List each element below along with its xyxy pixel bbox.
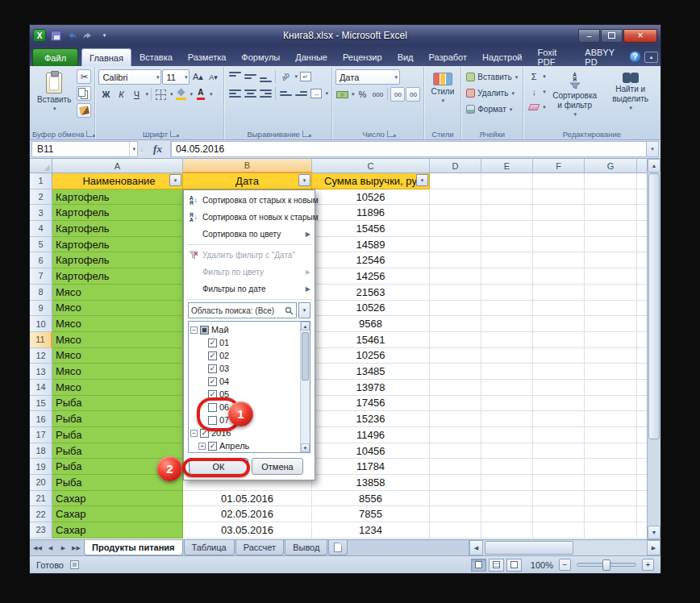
cell-sum[interactable]: 10526	[312, 301, 430, 317]
row-header[interactable]: 4	[30, 221, 52, 237]
cut-button[interactable]: ✂	[77, 69, 91, 84]
bold-button[interactable]: Ж	[98, 87, 113, 102]
number-format-select[interactable]: Дата▾	[335, 69, 400, 85]
column-header-e[interactable]: E	[481, 159, 533, 173]
empty-cells[interactable]	[430, 252, 647, 268]
row-header[interactable]: 7	[30, 268, 52, 285]
cell-date[interactable]: 02.05.2016	[183, 506, 312, 522]
tab-file[interactable]: Файл	[32, 48, 78, 66]
redo-button[interactable]	[81, 29, 94, 42]
row-header[interactable]: 6	[30, 252, 52, 268]
scrollbar-thumb[interactable]	[485, 541, 573, 555]
row-header[interactable]: 21	[30, 491, 52, 507]
cell-sum[interactable]: 10456	[312, 443, 430, 460]
qat-customize-button[interactable]: ▾	[98, 29, 110, 42]
row-header[interactable]: 15	[30, 396, 52, 412]
fill-button[interactable]: ↓	[527, 85, 541, 99]
scroll-left-icon[interactable]: ◀	[469, 540, 483, 555]
tree-scrollbar[interactable]: ▲ ▼	[300, 322, 310, 452]
help-icon[interactable]: ?	[629, 51, 641, 63]
align-left-button[interactable]	[227, 86, 242, 101]
horizontal-scrollbar[interactable]: ◀ ▶	[469, 540, 660, 555]
search-dropdown-button[interactable]: ▾	[298, 302, 310, 318]
empty-cells[interactable]	[430, 506, 647, 522]
cell-sum[interactable]: 9568	[312, 316, 430, 332]
decrease-decimal-button[interactable]: 00	[406, 87, 420, 102]
row-header[interactable]: 12	[30, 348, 52, 364]
sheet-tab-produkty-pitaniya[interactable]: Продукты питания	[84, 540, 183, 555]
delete-cells-button[interactable]: Удалить▾	[465, 85, 519, 101]
align-right-button[interactable]	[258, 86, 273, 101]
row-header[interactable]: 17	[30, 427, 52, 443]
scroll-down-icon[interactable]: ▼	[301, 443, 310, 452]
tab-home[interactable]: Главная	[81, 48, 131, 66]
tree-item-may[interactable]: −Май	[190, 323, 298, 336]
macro-record-icon[interactable]	[70, 560, 79, 569]
tab-view[interactable]: Вид	[390, 48, 421, 66]
row-header[interactable]: 16	[30, 411, 52, 427]
cell-name[interactable]: Сахар	[52, 506, 183, 522]
comma-style-button[interactable]: 000	[370, 87, 385, 102]
insert-cells-button[interactable]: Вставить▾	[465, 69, 519, 85]
format-cells-button[interactable]: Формат▾	[465, 102, 519, 117]
first-sheet-button[interactable]: ◀◀	[31, 542, 44, 554]
align-bottom-button[interactable]	[258, 69, 273, 84]
cell-sum[interactable]: 14589	[312, 237, 430, 253]
row-header[interactable]: 14	[30, 380, 52, 396]
vertical-scrollbar[interactable]: ▲ ▼	[647, 159, 660, 539]
sheet-tab-tablitsa[interactable]: Таблица	[184, 540, 235, 555]
tab-addins[interactable]: Надстрой	[475, 48, 529, 66]
cell-sum[interactable]: 15456	[312, 221, 430, 237]
empty-cells[interactable]	[430, 411, 647, 427]
empty-cells[interactable]	[430, 173, 647, 189]
row-header[interactable]: 1	[30, 173, 52, 189]
zoom-slider[interactable]	[577, 563, 636, 567]
wrap-text-button[interactable]: ↵	[298, 69, 313, 84]
empty-cells[interactable]	[430, 189, 647, 206]
cell-sum[interactable]: 11784	[312, 459, 430, 475]
cell-sum[interactable]: 10256	[312, 348, 430, 364]
borders-button[interactable]	[154, 87, 169, 102]
empty-cells[interactable]	[430, 285, 647, 301]
cell-sum[interactable]: 15236	[312, 411, 430, 427]
align-center-button[interactable]	[243, 86, 257, 101]
empty-cells[interactable]	[430, 237, 647, 253]
expand-formula-bar-button[interactable]: ▾	[646, 141, 659, 157]
row-header[interactable]: 2	[30, 189, 52, 206]
cell-name[interactable]: Картофель	[52, 205, 183, 221]
tab-foxit[interactable]: Foxit PDF	[530, 48, 577, 66]
row-header[interactable]: 18	[30, 443, 52, 460]
font-color-button[interactable]: А	[194, 87, 208, 102]
filter-button-date[interactable]: ▾	[298, 174, 310, 186]
header-cell-date[interactable]: Дата▾	[183, 173, 312, 189]
cell-name[interactable]: Мясо	[52, 285, 183, 301]
tab-review[interactable]: Рецензир	[335, 48, 390, 66]
scrollbar-thumb[interactable]	[648, 173, 660, 439]
empty-cells[interactable]	[430, 443, 647, 460]
increase-indent-button[interactable]	[294, 86, 308, 101]
row-header[interactable]: 20	[30, 475, 52, 491]
cell-name[interactable]: Сахар	[52, 522, 183, 539]
decrease-indent-button[interactable]	[278, 86, 293, 101]
zoom-slider-thumb[interactable]	[602, 559, 610, 571]
tree-item-03[interactable]: ✓03	[190, 362, 298, 375]
cell-sum[interactable]: 14256	[312, 268, 430, 285]
cell-sum[interactable]: 13485	[312, 364, 430, 380]
row-header[interactable]: 10	[30, 316, 52, 332]
menu-remove-filter[interactable]: Удалить фильтр с "Дата"	[185, 247, 313, 264]
filter-button-name[interactable]: ▾	[169, 174, 181, 186]
cell-name[interactable]: Мясо	[52, 380, 183, 396]
expand-icon[interactable]: +	[198, 443, 206, 450]
header-cell-name[interactable]: Наименование▾	[52, 173, 183, 189]
format-painter-button[interactable]	[77, 103, 91, 118]
cell-sum[interactable]: 17456	[312, 396, 430, 412]
formula-input[interactable]: 04.05.2016	[171, 141, 646, 157]
empty-cells[interactable]	[430, 316, 647, 332]
last-sheet-button[interactable]: ▶▶	[70, 542, 82, 554]
collapse-icon[interactable]: −	[190, 430, 198, 437]
fill-color-button[interactable]	[173, 87, 188, 102]
cell-name[interactable]: Рыба	[52, 411, 183, 427]
menu-sort-by-color[interactable]: Сортировка по цвету ▶	[185, 226, 313, 243]
cell-styles-button[interactable]: Стили ▾	[427, 69, 457, 106]
copy-button[interactable]	[77, 86, 91, 101]
